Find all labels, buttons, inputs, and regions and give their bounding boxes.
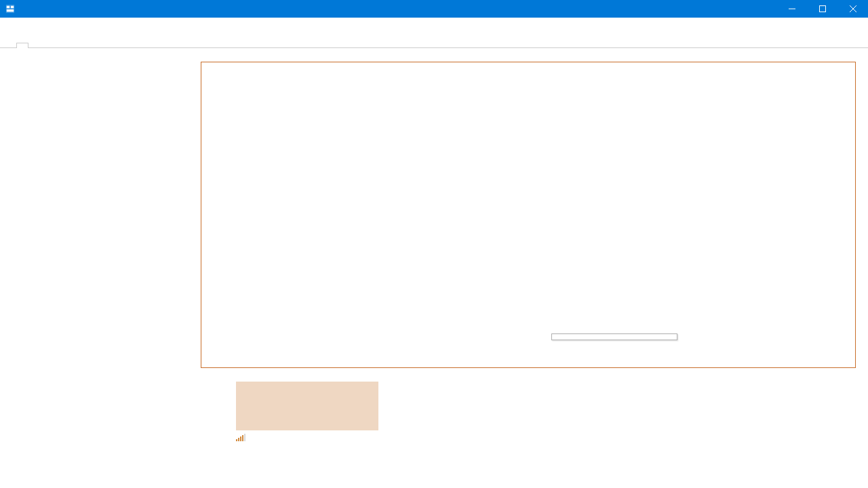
menu-options[interactable] — [20, 24, 23, 26]
tab-strip — [0, 33, 868, 48]
throughput-chart — [201, 62, 856, 368]
tab-startup[interactable] — [41, 43, 53, 48]
svg-rect-10 — [240, 436, 241, 441]
resource-sidebar — [0, 48, 189, 488]
svg-rect-8 — [236, 439, 237, 441]
content — [0, 48, 868, 488]
chart-tooltip — [551, 333, 677, 340]
tab-services[interactable] — [77, 43, 90, 48]
menu-file[interactable] — [5, 24, 8, 26]
menu-bar — [0, 18, 868, 33]
maximize-button[interactable] — [807, 0, 837, 18]
svg-rect-2 — [11, 6, 14, 9]
minimize-button[interactable] — [776, 0, 807, 18]
signal-strength-icon — [236, 433, 378, 441]
tab-details[interactable] — [65, 43, 77, 48]
stats-row — [201, 379, 856, 441]
app-icon — [5, 4, 15, 14]
main-panel — [189, 48, 868, 488]
svg-rect-1 — [7, 6, 9, 9]
close-button[interactable] — [837, 0, 868, 18]
tab-users[interactable] — [53, 43, 65, 48]
tab-processes[interactable] — [4, 43, 16, 48]
svg-rect-9 — [238, 438, 239, 441]
window-controls — [776, 0, 868, 18]
detail-redacted-block — [236, 382, 378, 430]
tab-app-history[interactable] — [28, 43, 41, 48]
svg-rect-5 — [819, 6, 825, 12]
svg-rect-11 — [242, 435, 243, 441]
titlebar — [0, 0, 868, 18]
tab-performance[interactable] — [16, 43, 28, 48]
svg-rect-3 — [7, 9, 14, 12]
menu-view[interactable] — [35, 24, 38, 26]
svg-rect-12 — [244, 434, 245, 441]
connection-details — [224, 379, 378, 441]
